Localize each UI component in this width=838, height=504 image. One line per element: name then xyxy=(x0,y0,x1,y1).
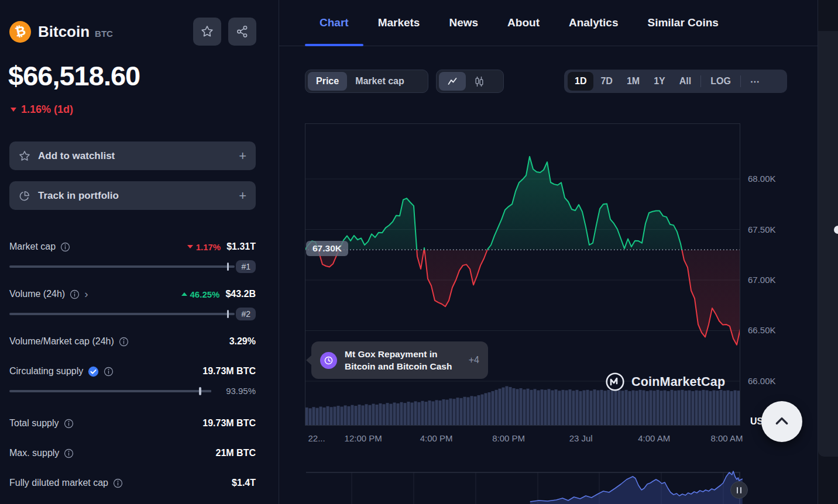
stat-label: Fully diluted market cap xyxy=(9,478,108,488)
threshold-price-label: 67.30K xyxy=(306,241,348,256)
pie-chart-icon xyxy=(19,190,30,202)
stat-value: $1.31T xyxy=(226,241,256,252)
mtgox-annotation[interactable]: Mt Gox Repayment in Bitcoin and Bitcoin … xyxy=(311,341,488,379)
share-icon xyxy=(236,25,249,38)
stat-row-volume-24h: Volume (24h)›46.25%$43.2B#2 xyxy=(9,287,256,321)
stat-label: Max. supply xyxy=(9,448,59,458)
x-axis-label: 8:00 PM xyxy=(492,433,525,443)
track-in-portfolio-button[interactable]: Track in portfolio + xyxy=(9,181,256,210)
coin-price: $66,518.60 xyxy=(8,60,140,92)
stat-row-volume-market-cap-24h: Volume/Market cap (24h)3.29% xyxy=(9,334,256,348)
panel-expand-handle[interactable] xyxy=(834,226,838,234)
stat-value: 19.73M BTC xyxy=(202,366,256,377)
range-handle[interactable] xyxy=(730,481,748,499)
info-icon[interactable] xyxy=(119,337,129,347)
watchlist-label: Add to watchlist xyxy=(38,150,115,162)
collapsed-side-panel xyxy=(818,31,838,457)
coinmarketcap-logo-icon xyxy=(605,371,626,392)
stat-slider[interactable] xyxy=(9,313,235,315)
history-clock-icon xyxy=(320,352,337,369)
rank-badge: #1 xyxy=(236,260,256,273)
plus-icon: + xyxy=(239,188,246,203)
stat-slider[interactable] xyxy=(9,390,211,392)
info-icon[interactable] xyxy=(113,478,123,488)
info-icon[interactable] xyxy=(60,242,70,252)
coinmarketcap-watermark: CoinMarketCap xyxy=(605,371,725,392)
x-axis-label: 23 Jul xyxy=(569,433,593,443)
stat-value: 19.73M BTC xyxy=(202,418,256,429)
stat-value: $43.2B xyxy=(225,289,256,299)
price-chart-area: 67.30K Mt Gox Repayment in Bitcoin and B… xyxy=(279,0,818,504)
range-overview-chart[interactable] xyxy=(305,465,744,504)
stat-label: Volume (24h) xyxy=(9,289,65,299)
slider-thumb[interactable] xyxy=(199,387,201,395)
x-axis-label: 4:00 PM xyxy=(420,433,453,443)
x-axis-label: 4:00 AM xyxy=(638,433,670,443)
bitcoin-logo-icon: ₿ xyxy=(9,21,31,43)
price-change: 1.16% (1d) xyxy=(11,103,73,116)
scroll-to-top-button[interactable] xyxy=(761,401,802,442)
price-change-value: 1.16% (1d) xyxy=(21,103,73,116)
triangle-down-icon xyxy=(187,245,193,248)
right-edge-panel xyxy=(818,0,838,504)
coin-header: ₿ Bitcoin BTC xyxy=(9,18,256,46)
info-icon[interactable] xyxy=(70,289,80,299)
stat-label: Volume/Market cap (24h) xyxy=(9,336,114,347)
x-axis-label: 22... xyxy=(308,433,325,443)
chevron-up-icon xyxy=(774,413,790,430)
plus-icon: + xyxy=(239,149,246,164)
stat-value: 21M BTC xyxy=(216,448,256,458)
stat-label: Total supply xyxy=(9,418,59,429)
add-to-watchlist-button[interactable]: Add to watchlist + xyxy=(9,141,256,170)
favorite-star-button[interactable] xyxy=(193,18,221,46)
stat-value: 3.29% xyxy=(229,336,256,347)
chevron-right-icon[interactable]: › xyxy=(84,290,88,298)
slider-thumb[interactable] xyxy=(227,310,229,318)
share-button[interactable] xyxy=(228,18,256,46)
info-icon[interactable] xyxy=(64,448,74,458)
main-panel: ChartMarketsNewsAboutAnalyticsSimilar Co… xyxy=(279,0,818,504)
slider-thumb[interactable] xyxy=(227,263,229,271)
stat-row-market-cap: Market cap1.17%$1.31T#1 xyxy=(9,240,256,274)
stat-change-percent: 1.17% xyxy=(187,242,221,252)
stat-row-circulating-supply: Circulating supply19.73M BTC93.95% xyxy=(9,364,256,398)
stat-row-max-supply: Max. supply21M BTC xyxy=(9,446,256,460)
stat-value: $1.4T xyxy=(232,478,256,488)
info-icon[interactable] xyxy=(104,367,114,377)
rank-badge: #2 xyxy=(236,308,256,320)
coin-symbol: BTC xyxy=(95,29,113,39)
x-axis-label: 8:00 AM xyxy=(710,433,743,443)
supply-percent-note: 93.95% xyxy=(226,386,256,396)
stat-label: Market cap xyxy=(9,241,56,252)
coin-stats-list: Market cap1.17%$1.31T#1Volume (24h)›46.2… xyxy=(9,240,256,504)
star-icon xyxy=(19,150,30,162)
x-axis-label: 12:00 PM xyxy=(345,433,382,443)
portfolio-label: Track in portfolio xyxy=(38,190,119,202)
y-axis-label: 67.50K xyxy=(748,225,776,234)
y-axis-label: 67.00K xyxy=(748,275,776,285)
triangle-up-icon xyxy=(181,292,187,296)
y-axis-label: 66.00K xyxy=(748,376,776,386)
star-icon xyxy=(201,25,214,38)
coin-name: Bitcoin xyxy=(38,23,90,41)
annotation-more-count: +4 xyxy=(469,355,479,365)
annotation-text: Mt Gox Repayment in Bitcoin and Bitcoin … xyxy=(345,348,452,372)
y-axis-label: 66.50K xyxy=(748,325,776,335)
stat-row-fully-diluted-market-cap: Fully diluted market cap$1.4T xyxy=(9,476,256,490)
y-axis-label: 68.00K xyxy=(748,174,776,184)
triangle-down-icon xyxy=(11,108,16,112)
stat-row-total-supply: Total supply19.73M BTC xyxy=(9,416,256,430)
coin-sidebar: ₿ Bitcoin BTC $66,518.60 1.16% (1d) Add … xyxy=(0,0,279,504)
verified-badge-icon xyxy=(88,366,99,377)
info-icon[interactable] xyxy=(64,419,74,429)
stat-slider[interactable] xyxy=(9,265,235,268)
stat-label: Circulating supply xyxy=(9,366,83,377)
stat-change-percent: 46.25% xyxy=(181,289,220,299)
